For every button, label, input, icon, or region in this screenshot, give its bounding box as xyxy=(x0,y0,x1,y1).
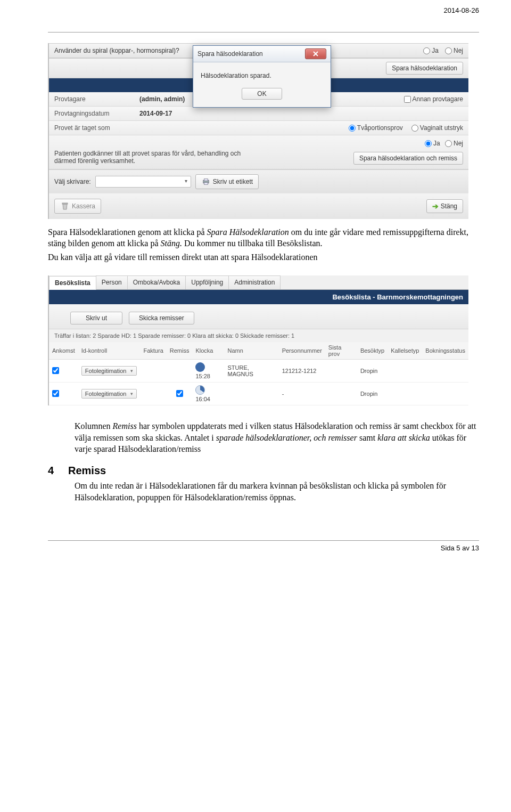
col-besoktyp: Besöktyp xyxy=(357,342,388,360)
tabs-row: Besökslista Person Omboka/Avboka Uppfölj… xyxy=(49,275,468,290)
kassera-button[interactable]: Kassera xyxy=(54,199,101,214)
remiss-checkbox[interactable] xyxy=(176,390,183,397)
question-spiral-label: Använder du spiral (koppar-, hormonspira… xyxy=(54,47,179,54)
ankomst-checkbox[interactable] xyxy=(52,367,59,374)
annan-provtagare-checkbox[interactable]: Annan provtagare xyxy=(404,95,463,103)
print-label-button[interactable]: Skriv ut etikett xyxy=(195,174,259,189)
close-label: Stäng xyxy=(441,202,457,210)
send-referrals-button[interactable]: Skicka remisser xyxy=(129,312,194,324)
time-value: 15:28 xyxy=(195,373,210,379)
besoktyp-value: Dropin xyxy=(357,360,388,383)
tab-administration[interactable]: Administration xyxy=(228,275,281,289)
panel-title: Besökslista - Barnmorskemottagningen xyxy=(49,290,468,304)
modal-title-text: Spara hälsodeklaration xyxy=(197,50,263,58)
saved-modal: Spara hälsodeklaration Hälsodeklaration … xyxy=(193,45,331,108)
screenshot-health-declaration: Använder du spiral (koppar-, hormonspira… xyxy=(48,43,468,219)
modal-ok-button[interactable]: OK xyxy=(242,88,282,100)
printer-row: Välj skrivare: Skriv ut etikett xyxy=(49,169,468,193)
section-number: 4 xyxy=(48,465,59,477)
consent-nej-label: Nej xyxy=(454,140,463,147)
consent-ja-label: Ja xyxy=(433,140,440,147)
provet-label: Provet är taget som xyxy=(54,124,134,132)
consent-text: Patienten godkänner till att provet spar… xyxy=(54,150,246,165)
clock-icon xyxy=(195,385,205,395)
trash-icon xyxy=(60,201,70,211)
idkontroll-select[interactable]: Fotolegitimation xyxy=(81,366,137,376)
provtagare-label: Provtagare xyxy=(54,95,134,103)
tab-omboka[interactable]: Omboka/Avboka xyxy=(127,275,186,289)
time-value: 16:04 xyxy=(195,396,210,402)
spiral-ja-option[interactable]: Ja xyxy=(423,47,439,54)
col-namn: Namn xyxy=(224,342,278,360)
provdatum-value: 2014-09-17 xyxy=(139,110,172,117)
annan-provtagare-label: Annan provtagare xyxy=(413,95,463,103)
svg-rect-1 xyxy=(204,178,208,181)
table-row[interactable]: Fotolegitimation 16:04 - Dropin xyxy=(49,383,468,405)
table-header-row: Ankomst Id-kontroll Faktura Remiss Klock… xyxy=(49,342,468,360)
consent-ja-option[interactable]: Ja xyxy=(425,140,440,147)
col-faktura: Faktura xyxy=(140,342,166,360)
consent-nej-option[interactable]: Nej xyxy=(445,140,463,147)
col-sistaprov: Sista prov xyxy=(325,342,357,360)
spiral-nej-option[interactable]: Nej xyxy=(445,47,463,54)
modal-close-button[interactable] xyxy=(305,48,326,59)
header-date: 2014-08-26 xyxy=(444,6,480,14)
paragraph-1: Spara Hälsodeklarationen genom att klick… xyxy=(48,226,479,249)
tvaport-label: Tvåportionsprov xyxy=(357,124,403,132)
label-ja: Ja xyxy=(432,47,439,54)
divider-top xyxy=(48,32,479,33)
svg-rect-3 xyxy=(62,203,68,204)
print-label-text: Skriv ut etikett xyxy=(213,178,253,185)
idkontroll-select[interactable]: Fotolegitimation xyxy=(81,389,137,399)
besoktyp-value: Dropin xyxy=(357,383,388,405)
tab-person[interactable]: Person xyxy=(96,275,128,289)
save-health-declaration-button[interactable]: Spara hälsodeklaration xyxy=(386,62,463,75)
paragraph-2: Du kan välja att gå vidare till remissen… xyxy=(48,251,479,263)
pnr-value: - xyxy=(279,383,325,405)
paragraph-3: Kolumnen Remiss har symbolen uppdaterats… xyxy=(75,420,479,455)
printer-select[interactable] xyxy=(95,176,191,188)
col-personnummer: Personnummer xyxy=(279,342,325,360)
modal-body: Hälsodeklaration sparad. xyxy=(193,62,331,85)
col-remiss: Remiss xyxy=(167,342,193,360)
section-heading: 4 Remiss xyxy=(48,465,479,477)
provdatum-label: Provtagningsdatum xyxy=(54,110,134,117)
kassera-label: Kassera xyxy=(72,202,95,210)
toolbar: Skriv ut Skicka remisser xyxy=(49,304,468,329)
name-value: STURE, MAGNUS xyxy=(224,360,278,383)
col-bokningsstatus: Bokningsstatus xyxy=(422,342,468,360)
print-button[interactable]: Skriv ut xyxy=(70,312,122,324)
screenshot-visit-list: Besökslista Person Omboka/Avboka Uppfölj… xyxy=(48,275,468,405)
page-footer: Sida 5 av 13 xyxy=(48,544,479,552)
provdatum-row: Provtagningsdatum 2014-09-17 xyxy=(49,107,468,121)
provet-row: Provet är taget som Tvåportionsprov Vagi… xyxy=(49,121,468,135)
tvaport-option[interactable]: Tvåportionsprov xyxy=(349,124,403,132)
provtagare-value: (admin, admin) xyxy=(139,95,185,103)
svg-rect-2 xyxy=(204,182,208,184)
label-nej: Nej xyxy=(454,47,463,54)
tab-uppfoljning[interactable]: Uppföljning xyxy=(185,275,229,289)
divider-bottom xyxy=(48,540,479,541)
clock-icon xyxy=(195,362,205,372)
bottom-row: Kassera ➔ Stäng xyxy=(49,193,468,219)
col-klocka: Klocka xyxy=(192,342,224,360)
valj-skrivare-label: Välj skrivare: xyxy=(54,178,91,185)
vaginalt-option[interactable]: Vaginalt utstryk xyxy=(411,124,463,132)
section-title: Remiss xyxy=(68,465,106,477)
paragraph-4: Om du inte redan är i Hälsodeklarationen… xyxy=(75,480,479,503)
col-kallelsetyp: Kallelsetyp xyxy=(388,342,422,360)
printer-icon xyxy=(201,177,211,186)
modal-titlebar: Spara hälsodeklaration xyxy=(193,46,331,62)
vaginalt-label: Vaginalt utstryk xyxy=(420,124,463,132)
name-value xyxy=(224,383,278,405)
col-idkontroll: Id-kontroll xyxy=(78,342,141,360)
consent-row: Patienten godkänner till att provet spar… xyxy=(49,135,468,169)
tab-besokslista[interactable]: Besökslista xyxy=(49,276,96,290)
close-icon xyxy=(312,51,319,56)
close-arrow-icon: ➔ xyxy=(432,202,439,210)
close-button[interactable]: ➔ Stäng xyxy=(426,199,463,213)
ankomst-checkbox[interactable] xyxy=(52,390,59,397)
pnr-value: 121212-1212 xyxy=(279,360,325,383)
table-row[interactable]: Fotolegitimation 15:28 STURE, MAGNUS 121… xyxy=(49,360,468,383)
save-hd-remiss-button[interactable]: Spara hälsodeklaration och remiss xyxy=(353,152,463,165)
